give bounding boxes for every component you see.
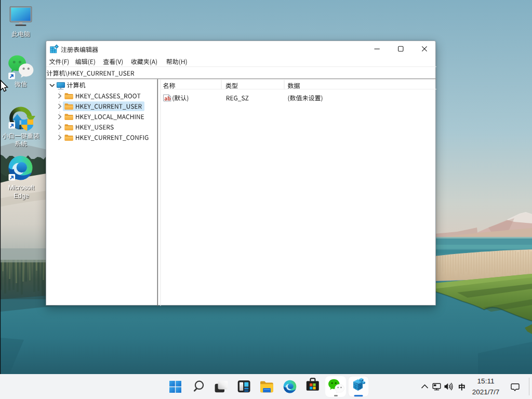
svg-text:Edge: Edge — [14, 192, 29, 200]
svg-text:Microsoft: Microsoft — [8, 184, 35, 191]
